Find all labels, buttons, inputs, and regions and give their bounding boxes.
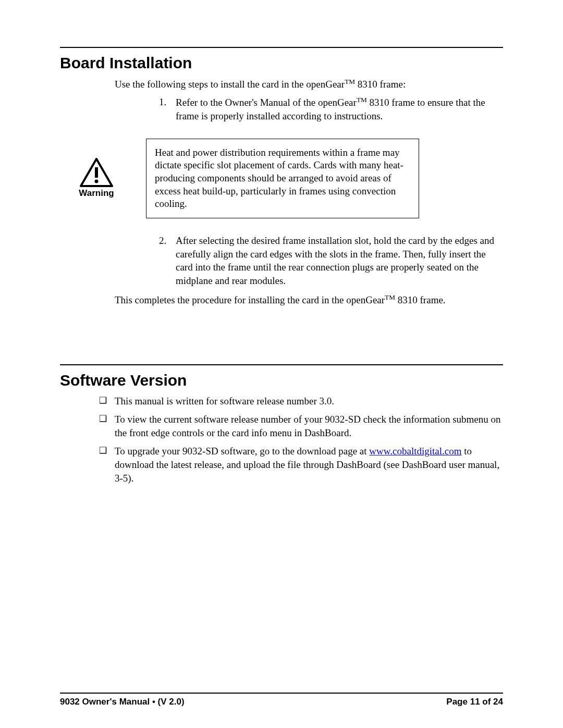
superscript-tm: TM — [357, 96, 367, 104]
horizontal-rule — [60, 364, 503, 365]
text-pre: To upgrade your 9032-SD software, go to … — [115, 446, 369, 456]
heading-software-version: Software Version — [60, 372, 503, 389]
checkbox-icon: ❑ — [99, 394, 115, 408]
superscript-tm: TM — [345, 78, 355, 85]
ordered-steps: 2. After selecting the desired frame ins… — [159, 234, 503, 288]
warning-block: Warning Heat and power distribution requ… — [70, 139, 503, 218]
intro-text-pre: Use the following steps to install the c… — [115, 79, 345, 90]
list-item: ❑ To upgrade your 9032-SD software, go t… — [99, 445, 503, 485]
list-item: ❑ This manual is written for software re… — [99, 394, 503, 408]
step1-pre: Refer to the Owner's Manual of the openG… — [176, 97, 357, 108]
footer-row: 9032 Owner's Manual • (V 2.0) Page 11 of… — [60, 697, 503, 707]
conclusion-post: 8310 frame. — [395, 294, 446, 305]
horizontal-rule — [60, 693, 503, 694]
warning-label: Warning — [79, 188, 114, 199]
footer: 9032 Owner's Manual • (V 2.0) Page 11 of… — [60, 693, 503, 707]
conclusion-paragraph: This completes the procedure for install… — [115, 293, 503, 307]
list-item-text: This manual is written for software rele… — [115, 394, 503, 408]
horizontal-rule — [60, 47, 503, 48]
step-1: 1. Refer to the Owner's Manual of the op… — [159, 95, 503, 123]
svg-rect-1 — [95, 167, 98, 178]
ordered-steps: 1. Refer to the Owner's Manual of the op… — [159, 95, 503, 123]
spacer — [60, 307, 503, 364]
link-cobaltdigital[interactable]: www.cobaltdigital.com — [369, 446, 461, 456]
footer-right: Page 11 of 24 — [446, 697, 503, 707]
step-text: After selecting the desired frame instal… — [176, 234, 503, 288]
list-item: ❑ To view the current software release n… — [99, 413, 503, 439]
warning-icon-block: Warning — [70, 158, 123, 199]
svg-point-2 — [95, 180, 99, 183]
footer-left: 9032 Owner's Manual • (V 2.0) — [60, 697, 185, 707]
list-item-text: To view the current software release num… — [115, 413, 503, 439]
intro-paragraph: Use the following steps to install the c… — [115, 77, 503, 91]
warning-box: Heat and power distribution requirements… — [146, 139, 419, 218]
warning-triangle-icon — [80, 158, 113, 187]
step-number: 1. — [159, 95, 176, 123]
step-2: 2. After selecting the desired frame ins… — [159, 234, 503, 288]
step-text: Refer to the Owner's Manual of the openG… — [176, 95, 503, 123]
conclusion-pre: This completes the procedure for install… — [115, 294, 385, 305]
heading-board-installation: Board Installation — [60, 54, 503, 72]
list-item-text: To upgrade your 9032-SD software, go to … — [115, 445, 503, 485]
page: Board Installation Use the following ste… — [0, 0, 563, 728]
checklist: ❑ This manual is written for software re… — [99, 394, 503, 485]
intro-text-post: 8310 frame: — [355, 79, 406, 90]
checkbox-icon: ❑ — [99, 413, 115, 439]
step-number: 2. — [159, 234, 176, 288]
superscript-tm: TM — [385, 293, 395, 301]
checkbox-icon: ❑ — [99, 445, 115, 485]
